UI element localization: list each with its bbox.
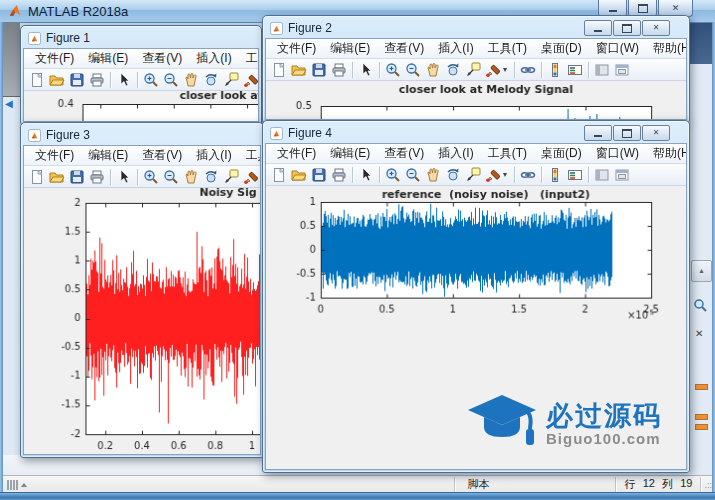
menu-item-tools[interactable]: 工具(T) bbox=[481, 39, 534, 59]
save-figure-button[interactable] bbox=[309, 61, 329, 79]
arrow-cursor-button[interactable] bbox=[356, 61, 376, 79]
menu-item-file[interactable]: 文件(F) bbox=[270, 144, 323, 164]
menu-item-insert[interactable]: 插入(I) bbox=[189, 49, 238, 69]
dock-plot-tools-button[interactable] bbox=[612, 61, 632, 79]
figure-1-window[interactable]: Figure 1 文件(F)编辑(E)查看(V)插入(I)工具(T)桌面(D)窗… bbox=[20, 25, 262, 125]
menu-item-edit[interactable]: 编辑(E) bbox=[323, 39, 377, 59]
print-button[interactable] bbox=[87, 168, 107, 186]
menu-item-tools[interactable]: 工具(T) bbox=[239, 146, 260, 166]
pan-hand-button[interactable] bbox=[423, 61, 443, 79]
figure-2-titlebar[interactable]: Figure 2 ✕ bbox=[265, 18, 687, 38]
menu-item-view[interactable]: 查看(V) bbox=[135, 146, 189, 166]
figure-4-titlebar[interactable]: Figure 4 ✕ bbox=[265, 123, 687, 143]
rotate-3d-button[interactable] bbox=[443, 166, 463, 184]
zoom-out-button[interactable] bbox=[161, 168, 181, 186]
menu-item-file[interactable]: 文件(F) bbox=[28, 146, 81, 166]
insert-colorbar-button[interactable] bbox=[545, 166, 565, 184]
rotate-3d-button[interactable] bbox=[201, 168, 221, 186]
brush-button[interactable] bbox=[483, 61, 503, 79]
figure-2-window[interactable]: Figure 2 ✕ 文件(F)编辑(E)查看(V)插入(I)工具(T)桌面(D… bbox=[262, 15, 690, 123]
open-folder-button[interactable] bbox=[47, 168, 67, 186]
new-document-button[interactable] bbox=[269, 166, 289, 184]
menu-item-tools[interactable]: 工具(T) bbox=[239, 49, 258, 69]
brush-button[interactable] bbox=[241, 168, 260, 186]
search-icon[interactable] bbox=[693, 298, 707, 312]
resize-grip-icon[interactable]: .:: bbox=[701, 480, 712, 490]
menu-item-insert[interactable]: 插入(I) bbox=[189, 146, 238, 166]
data-cursor-button[interactable] bbox=[463, 166, 483, 184]
menu-item-help[interactable]: 帮助(H) bbox=[646, 144, 686, 164]
zoom-in-button[interactable] bbox=[141, 71, 161, 89]
save-figure-button[interactable] bbox=[67, 71, 87, 89]
figure-3-titlebar[interactable]: Figure 3 bbox=[23, 125, 261, 145]
brush-dropdown-icon[interactable]: ▾ bbox=[503, 65, 511, 74]
figure-3-window[interactable]: Figure 3 文件(F)编辑(E)查看(V)插入(I)工具(T)桌面(D)窗… bbox=[20, 122, 264, 458]
zoom-in-button[interactable] bbox=[383, 61, 403, 79]
menu-item-file[interactable]: 文件(F) bbox=[270, 39, 323, 59]
link-plots-button[interactable] bbox=[518, 166, 538, 184]
menu-item-help[interactable]: 帮助(H) bbox=[646, 39, 686, 59]
data-cursor-button[interactable] bbox=[221, 71, 241, 89]
menu-item-desktop[interactable]: 桌面(D) bbox=[534, 39, 589, 59]
insert-legend-button[interactable] bbox=[565, 166, 585, 184]
open-folder-button[interactable] bbox=[47, 71, 67, 89]
menu-item-edit[interactable]: 编辑(E) bbox=[81, 146, 135, 166]
zoom-out-button[interactable] bbox=[403, 166, 423, 184]
insert-legend-button[interactable] bbox=[565, 61, 585, 79]
pan-hand-button[interactable] bbox=[181, 168, 201, 186]
insert-colorbar-button[interactable] bbox=[545, 61, 565, 79]
hide-plot-tools-button[interactable] bbox=[592, 166, 612, 184]
figure-1-plot-canvas[interactable] bbox=[24, 91, 258, 122]
zoom-out-button[interactable] bbox=[403, 61, 423, 79]
print-button[interactable] bbox=[329, 166, 349, 184]
open-folder-button[interactable] bbox=[289, 166, 309, 184]
print-button[interactable] bbox=[329, 61, 349, 79]
menu-item-view[interactable]: 查看(V) bbox=[377, 144, 431, 164]
menu-item-tools[interactable]: 工具(T) bbox=[481, 144, 534, 164]
figure-2-close-button[interactable]: ✕ bbox=[642, 20, 670, 36]
figure-4-maximize-button[interactable] bbox=[613, 125, 641, 141]
new-document-button[interactable] bbox=[269, 61, 289, 79]
menu-item-insert[interactable]: 插入(I) bbox=[431, 144, 480, 164]
menu-item-insert[interactable]: 插入(I) bbox=[431, 39, 480, 59]
brush-button[interactable] bbox=[483, 166, 503, 184]
brush-dropdown-icon[interactable]: ▾ bbox=[503, 170, 511, 179]
zoom-in-button[interactable] bbox=[383, 166, 403, 184]
menu-item-edit[interactable]: 编辑(E) bbox=[81, 49, 135, 69]
new-document-button[interactable] bbox=[27, 168, 47, 186]
zoom-in-button[interactable] bbox=[141, 168, 161, 186]
menu-item-view[interactable]: 查看(V) bbox=[377, 39, 431, 59]
rotate-3d-button[interactable] bbox=[443, 61, 463, 79]
figure-3-plot-canvas[interactable] bbox=[24, 188, 260, 455]
figure-2-minimize-button[interactable] bbox=[584, 20, 612, 36]
new-document-button[interactable] bbox=[27, 71, 47, 89]
figure-2-plot-canvas[interactable] bbox=[266, 81, 686, 120]
link-plots-button[interactable] bbox=[518, 61, 538, 79]
scroll-up-button[interactable]: ▲ bbox=[691, 260, 712, 282]
menu-item-window[interactable]: 窗口(W) bbox=[589, 39, 646, 59]
pan-hand-button[interactable] bbox=[423, 166, 443, 184]
data-cursor-button[interactable] bbox=[221, 168, 241, 186]
menu-item-desktop[interactable]: 桌面(D) bbox=[534, 144, 589, 164]
panel-close-icon[interactable]: ✕ bbox=[695, 328, 703, 339]
rotate-3d-button[interactable] bbox=[201, 71, 221, 89]
arrow-cursor-button[interactable] bbox=[114, 71, 134, 89]
save-figure-button[interactable] bbox=[309, 166, 329, 184]
figure-4-minimize-button[interactable] bbox=[584, 125, 612, 141]
open-folder-button[interactable] bbox=[289, 61, 309, 79]
figure-4-close-button[interactable]: ✕ bbox=[642, 125, 670, 141]
hide-plot-tools-button[interactable] bbox=[592, 61, 612, 79]
statusbar-grip[interactable] bbox=[7, 479, 27, 490]
save-figure-button[interactable] bbox=[67, 168, 87, 186]
figure-2-maximize-button[interactable] bbox=[613, 20, 641, 36]
menu-item-window[interactable]: 窗口(W) bbox=[589, 144, 646, 164]
figure-1-titlebar[interactable]: Figure 1 bbox=[23, 28, 259, 48]
zoom-out-button[interactable] bbox=[161, 71, 181, 89]
data-cursor-button[interactable] bbox=[463, 61, 483, 79]
print-button[interactable] bbox=[87, 71, 107, 89]
menu-item-file[interactable]: 文件(F) bbox=[28, 49, 81, 69]
menu-item-view[interactable]: 查看(V) bbox=[135, 49, 189, 69]
back-arrow-icon[interactable]: ◀ bbox=[5, 98, 13, 109]
dock-plot-tools-button[interactable] bbox=[612, 166, 632, 184]
arrow-cursor-button[interactable] bbox=[114, 168, 134, 186]
